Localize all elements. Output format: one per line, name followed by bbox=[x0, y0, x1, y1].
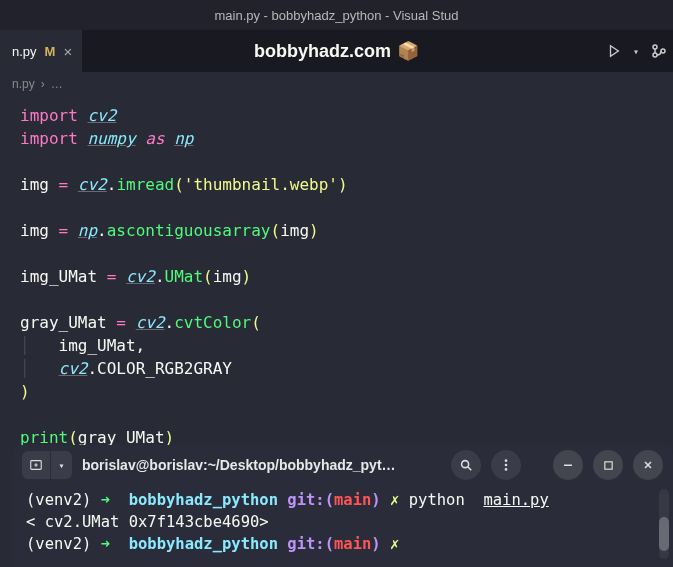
close-icon[interactable]: × bbox=[63, 43, 72, 60]
watermark: bobbyhadz.com 📦 bbox=[254, 40, 419, 62]
scrollbar-thumb[interactable] bbox=[659, 517, 669, 551]
terminal-title: borislav@borislav:~/Desktop/bobbyhadz_py… bbox=[82, 457, 441, 473]
terminal-output[interactable]: (venv2) ➜ bobbyhadz_python git:(main) ✗ … bbox=[12, 485, 673, 567]
terminal-line: < cv2.UMat 0x7f143cbe4690> bbox=[26, 511, 659, 533]
tab-filename: n.py bbox=[12, 44, 37, 59]
terminal-line: (venv2) ➜ bobbyhadz_python git:(main) ✗ … bbox=[26, 489, 659, 511]
new-tab-button[interactable] bbox=[22, 451, 50, 479]
terminal-header: ▾ borislav@borislav:~/Desktop/bobbyhadz_… bbox=[12, 445, 673, 485]
chevron-down-icon[interactable]: ▾ bbox=[633, 46, 639, 57]
close-button[interactable] bbox=[633, 450, 663, 480]
minimize-button[interactable] bbox=[553, 450, 583, 480]
svg-rect-8 bbox=[564, 465, 572, 467]
editor-actions: ▾ bbox=[607, 43, 667, 59]
menu-button[interactable] bbox=[491, 450, 521, 480]
svg-point-0 bbox=[653, 45, 657, 49]
tab-dropdown-button[interactable]: ▾ bbox=[50, 451, 72, 479]
breadcrumb[interactable]: n.py › … bbox=[0, 72, 673, 96]
svg-point-6 bbox=[505, 464, 508, 467]
svg-point-4 bbox=[462, 461, 469, 468]
window-titlebar: main.py - bobbyhadz_python - Visual Stud bbox=[0, 0, 673, 30]
terminal-panel: ▾ borislav@borislav:~/Desktop/bobbyhadz_… bbox=[12, 445, 673, 567]
svg-rect-9 bbox=[604, 461, 611, 468]
svg-point-1 bbox=[653, 53, 657, 57]
breadcrumb-more: … bbox=[51, 77, 63, 91]
terminal-line: (venv2) ➜ bobbyhadz_python git:(main) ✗ bbox=[26, 533, 659, 555]
search-button[interactable] bbox=[451, 450, 481, 480]
terminal-tab-controls: ▾ bbox=[22, 451, 72, 479]
tab-bar: n.py M × bobbyhadz.com 📦 ▾ bbox=[0, 30, 673, 72]
tab-main-py[interactable]: n.py M × bbox=[0, 30, 82, 72]
svg-point-5 bbox=[505, 459, 508, 462]
svg-point-7 bbox=[505, 468, 508, 471]
breadcrumb-file: n.py bbox=[12, 77, 35, 91]
window-title: main.py - bobbyhadz_python - Visual Stud bbox=[214, 8, 458, 23]
breadcrumb-separator: › bbox=[41, 77, 45, 91]
code-editor[interactable]: import cv2 import numpy as np img = cv2.… bbox=[0, 96, 673, 449]
modified-indicator: M bbox=[45, 44, 56, 59]
maximize-button[interactable] bbox=[593, 450, 623, 480]
run-icon[interactable] bbox=[607, 44, 621, 58]
terminal-scrollbar[interactable] bbox=[659, 489, 669, 559]
cube-icon: 📦 bbox=[397, 40, 419, 62]
source-control-icon[interactable] bbox=[651, 43, 667, 59]
